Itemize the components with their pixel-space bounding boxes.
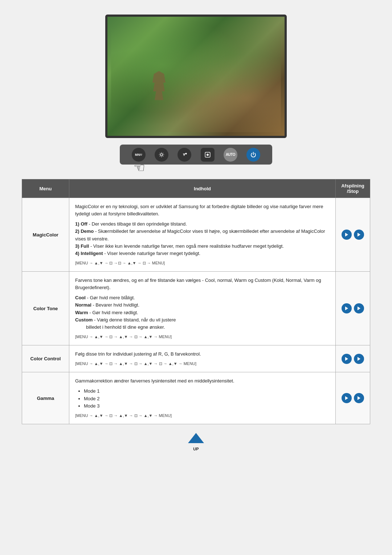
svg-marker-3 <box>345 233 348 237</box>
play-icon-6[interactable] <box>354 354 364 364</box>
remote-bar: MNU AUTO ☞ <box>120 145 272 165</box>
menu-path-colorcontrol: [MENU → ▲,▼ → ⊡ → ▲,▼ → ⊡ → ▲,▼ → ⊡ → ▲,… <box>75 361 330 367</box>
monitor-container <box>105 15 287 145</box>
up-button-container[interactable]: UP <box>187 433 205 451</box>
normal-item: Normal - Bevarer hvid hvidligt. <box>75 301 330 309</box>
menu-label-colorcontrol: Color Control <box>22 345 69 372</box>
svg-marker-5 <box>345 307 348 311</box>
intro-text-colortone: Farvens tone kan ændres, og en af fire t… <box>75 277 330 291</box>
play-icons-colorcontrol <box>342 354 364 364</box>
content-colorcontrol: Følg disse trin for individuel justering… <box>69 345 336 372</box>
warm-item: Warm - Gør hvid mere rødligt. <box>75 309 330 316</box>
main-table: Menu Indhold Afspilning /Stop MagicColor… <box>22 179 370 424</box>
custom-item-cont: billedet i henhold til dine egne ønsker. <box>75 324 330 331</box>
gamma-mode2: Mode 2 <box>84 395 330 402</box>
item-3: 3) Full - Viser ikke kun levende naturli… <box>75 243 330 250</box>
header-play: Afspilning /Stop <box>336 179 370 198</box>
intro-text: MagicColor er en ny teknologi, som er ud… <box>75 203 330 218</box>
content-gamma: Gammakorrektion ændrer farvernes lysinte… <box>69 372 336 424</box>
svg-marker-6 <box>358 307 360 311</box>
play-gamma <box>336 372 370 424</box>
play-colorcontrol <box>336 345 370 372</box>
menu-path-magiccolor: [MENU → ▲,▼ → ⊡ →⊡ → ▲,▼ → ⊡ → MENU] <box>75 260 330 266</box>
menu-label-magiccolor: MagicColor <box>22 198 69 272</box>
monitor-screen <box>105 15 287 138</box>
play-magiccolor <box>336 198 370 272</box>
menu-label-gamma: Gamma <box>22 372 69 424</box>
item-1: 1) Off - Der vendes tilbage til den opri… <box>75 220 330 228</box>
hand-cursor-icon: ☞ <box>134 160 145 175</box>
remote-btn-brightness[interactable] <box>155 148 168 162</box>
intro-text-colorcontrol: Følg disse trin for individuel justering… <box>75 351 330 358</box>
table-row: Gamma Gammakorrektion ændrer farvernes l… <box>22 372 370 424</box>
remote-btn-enter[interactable] <box>201 148 215 162</box>
play-icons-colortone <box>342 303 364 313</box>
play-icon-8[interactable] <box>354 393 364 403</box>
content-magiccolor: MagicColor er en ny teknologi, som er ud… <box>69 198 336 272</box>
play-icon-5[interactable] <box>342 354 352 364</box>
svg-point-0 <box>185 153 187 154</box>
play-icon-1[interactable] <box>342 230 352 240</box>
remote-btn-power[interactable] <box>246 148 260 162</box>
table-row: Color Control Følg disse trin for indivi… <box>22 345 370 372</box>
header-menu: Menu <box>22 179 69 198</box>
play-icon-7[interactable] <box>342 393 352 403</box>
cool-item: Cool - Gør hvid mere blåligt. <box>75 294 330 301</box>
play-icon-3[interactable] <box>342 303 352 313</box>
custom-item: Custom - Vælg denne tilstand, når du vil… <box>75 316 330 324</box>
table-row: MagicColor MagicColor er en ny teknologi… <box>22 198 370 272</box>
content-colortone: Farvens tone kan ændres, og en af fire t… <box>69 272 336 345</box>
remote-btn-auto[interactable]: AUTO <box>224 148 237 162</box>
svg-marker-9 <box>345 396 348 400</box>
play-icon-2[interactable] <box>354 230 364 240</box>
item-4: 4) Intelligent - Viser levende naturlige… <box>75 250 330 257</box>
header-content: Indhold <box>69 179 336 198</box>
table-row: Color Tone Farvens tone kan ændres, og e… <box>22 272 370 345</box>
gamma-mode3: Mode 3 <box>84 402 330 410</box>
up-arrow-icon <box>188 433 204 443</box>
remote-btn-menu[interactable]: MNU <box>132 148 146 162</box>
gamma-mode1: Mode 1 <box>84 388 330 395</box>
intro-text-gamma: Gammakorrektion ændrer farvernes lysinte… <box>75 377 330 385</box>
svg-marker-4 <box>358 233 360 237</box>
svg-marker-10 <box>358 396 360 400</box>
item-2: 2) Demo - Skærmbilledet før anvendelse a… <box>75 228 330 242</box>
svg-marker-8 <box>358 357 360 361</box>
remote-btn-magicbright[interactable] <box>177 148 191 162</box>
play-icons-magiccolor <box>342 230 364 240</box>
svg-point-2 <box>207 154 209 156</box>
svg-marker-7 <box>345 357 348 361</box>
play-icons-gamma <box>342 393 364 403</box>
menu-path-colortone: [MENU → ▲,▼ → ⊡ → ▲,▼ → ⊡ → ▲,▼ → MENU] <box>75 334 330 340</box>
play-icon-4[interactable] <box>354 303 364 313</box>
menu-label-colortone: Color Tone <box>22 272 69 345</box>
play-colortone <box>336 272 370 345</box>
menu-path-gamma: [MENU → ▲,▼ → ⊡ → ▲,▼ → ⊡ → ▲,▼ → MENU] <box>75 413 330 419</box>
